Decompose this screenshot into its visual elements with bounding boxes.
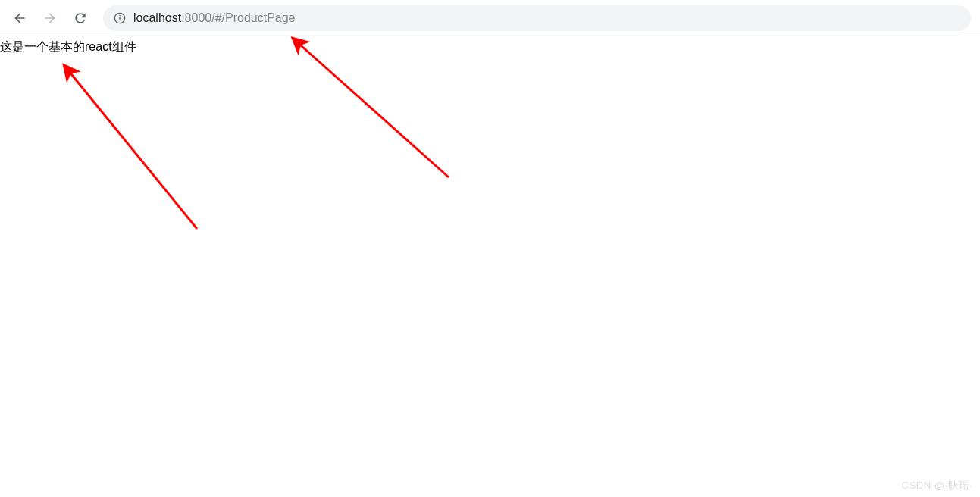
browser-toolbar: localhost:8000/#/ProductPage [0,0,980,36]
annotation-arrow [294,39,449,177]
back-button[interactable] [9,8,30,29]
arrow-right-icon [42,11,58,26]
reload-button[interactable] [70,8,91,29]
watermark-text: CSDN @-耿瑞- [902,479,972,492]
svg-rect-1 [119,17,120,20]
svg-rect-2 [119,15,120,16]
annotation-overlay [0,0,980,497]
address-bar[interactable]: localhost:8000/#/ProductPage [103,5,971,31]
page-body-text: 这是一个基本的react组件 [0,39,980,55]
url-text: localhost:8000/#/ProductPage [133,11,296,25]
page-content: 这是一个基本的react组件 [0,36,980,55]
annotation-arrow [65,67,197,229]
site-info-icon[interactable] [114,12,126,24]
reload-icon [73,11,88,26]
forward-button[interactable] [39,8,61,29]
nav-buttons-group [9,8,91,29]
url-host: localhost [133,11,181,25]
url-path: :8000/#/ProductPage [181,11,295,25]
arrow-left-icon [12,11,27,26]
